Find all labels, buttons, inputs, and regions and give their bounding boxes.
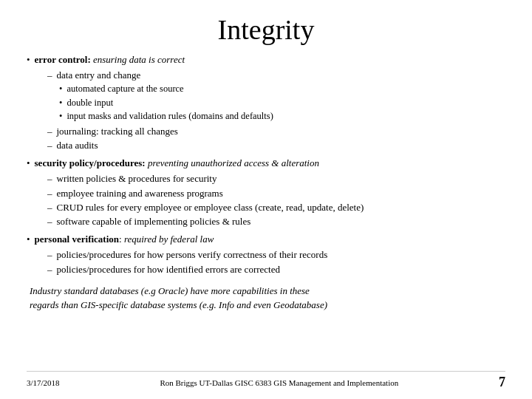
bullet-1-subs: – data entry and change • automated capt… xyxy=(47,69,505,152)
bullet-1-text: error control: ensuring data is correct xyxy=(35,53,185,66)
bullet-2-subs: – written policies & procedures for secu… xyxy=(47,172,505,228)
sub-sub-3-text: input masks and validation rules (domain… xyxy=(66,110,273,123)
bullet-section-2: • security policy/procedures: preventing… xyxy=(27,157,505,228)
sub-bullet-2-2: – employee training and awareness progra… xyxy=(47,187,505,200)
sub-sub-2: • double input xyxy=(59,97,505,110)
dash-1-1: – xyxy=(47,69,52,82)
sub-bullet-1-3-text: data audits xyxy=(57,139,98,152)
sub-bullet-2-4: – software capable of implementing polic… xyxy=(47,215,505,228)
sub-bullet-1-1-text: data entry and change xyxy=(57,69,141,82)
footer-page-number: 7 xyxy=(499,375,505,390)
sub-sub-2-text: double input xyxy=(66,97,113,110)
bullet-2-italic: preventing unauthorized access & alterat… xyxy=(146,157,319,168)
bullet-dot-1: • xyxy=(27,54,30,66)
italic-note-text: Industry standard databases (e.g Oracle)… xyxy=(30,285,327,311)
sub-sub-1: • automated capture at the source xyxy=(59,83,505,96)
bullet-1-italic: ensuring data is correct xyxy=(91,54,185,65)
slide: Integrity • error control: ensuring data… xyxy=(0,0,532,399)
sub-bullet-2-1-text: written policies & procedures for securi… xyxy=(57,172,217,185)
bullet-section-3: • personal verification: required by fed… xyxy=(27,233,505,276)
sub-bullet-2-3-text: CRUD rules for every employee or employe… xyxy=(57,201,364,214)
sub-sub-dot-3: • xyxy=(59,110,62,123)
sub-bullet-2-1: – written policies & procedures for secu… xyxy=(47,172,505,185)
sub-bullet-2-4-text: software capable of implementing policie… xyxy=(57,215,251,228)
dash-3-2: – xyxy=(47,263,52,276)
dash-2-2: – xyxy=(47,187,52,200)
sub-bullet-1-1: – data entry and change xyxy=(47,69,505,82)
sub-sub-dot-2: • xyxy=(59,97,62,110)
bullet-3-colon: : xyxy=(119,233,124,245)
bullet-2-bold: security policy/procedures: xyxy=(35,157,146,168)
sub-bullet-2-2-text: employee training and awareness programs xyxy=(57,187,223,200)
sub-sub-dot-1: • xyxy=(59,83,62,96)
sub-sub-3: • input masks and validation rules (doma… xyxy=(59,110,505,123)
main-bullet-3: • personal verification: required by fed… xyxy=(27,233,505,246)
bullet-1-bold: error control: xyxy=(35,54,91,65)
footer: 3/17/2018 Ron Briggs UT-Dallas GISC 6383… xyxy=(27,371,505,390)
main-bullet-1: • error control: ensuring data is correc… xyxy=(27,53,505,66)
sub-bullet-2-3: – CRUD rules for every employee or emplo… xyxy=(47,201,505,214)
sub-sub-bullets-1: • automated capture at the source • doub… xyxy=(59,83,505,123)
dash-3-1: – xyxy=(47,248,52,262)
bullet-3-italic: required by federal law xyxy=(124,233,214,245)
sub-bullet-3-2-text: policies/procedures for how identified e… xyxy=(57,263,280,276)
italic-note-em: Industry standard databases (e.g Oracle)… xyxy=(30,285,327,311)
sub-sub-1-text: automated capture at the source xyxy=(66,83,183,96)
sub-bullet-1-2-text: journaling: tracking all changes xyxy=(57,125,178,138)
dash-2-4: – xyxy=(47,215,52,228)
footer-center: Ron Briggs UT-Dallas GISC 6383 GIS Manag… xyxy=(160,378,398,387)
sub-bullet-1-3: – data audits xyxy=(47,139,505,152)
dash-1-3: – xyxy=(47,139,52,152)
sub-bullet-3-1-text: policies/procedures for how persons veri… xyxy=(57,248,328,262)
dash-2-1: – xyxy=(47,172,52,185)
sub-bullet-1-2: – journaling: tracking all changes xyxy=(47,125,505,138)
dash-2-3: – xyxy=(47,201,52,214)
bullet-3-text: personal verification: required by feder… xyxy=(35,233,214,246)
footer-date: 3/17/2018 xyxy=(27,378,60,387)
main-bullet-2: • security policy/procedures: preventing… xyxy=(27,157,505,170)
bullet-dot-2: • xyxy=(27,157,30,169)
italic-note: Industry standard databases (e.g Oracle)… xyxy=(30,284,505,313)
slide-title: Integrity xyxy=(27,13,505,46)
sub-bullet-3-2: – policies/procedures for how identified… xyxy=(47,263,505,276)
bullet-section-1: • error control: ensuring data is correc… xyxy=(27,53,505,152)
bullet-3-bold: personal verification xyxy=(35,233,119,245)
bullet-dot-3: • xyxy=(27,233,30,245)
dash-1-2: – xyxy=(47,125,52,138)
bullet-2-text: security policy/procedures: preventing u… xyxy=(35,157,319,170)
sub-bullet-3-1: – policies/procedures for how persons ve… xyxy=(47,248,505,262)
bullet-3-subs: – policies/procedures for how persons ve… xyxy=(47,248,505,276)
